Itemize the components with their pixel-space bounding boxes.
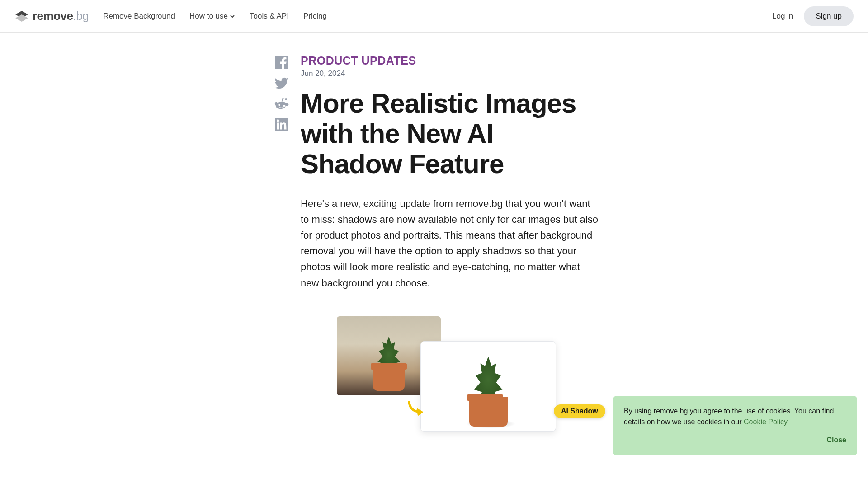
chevron-down-icon xyxy=(230,14,235,19)
brand-suffix: .bg xyxy=(73,9,89,23)
share-column xyxy=(0,54,301,443)
site-header: remove.bg Remove Background How to use T… xyxy=(0,0,868,33)
main-nav: Remove Background How to use Tools & API… xyxy=(103,12,327,21)
reddit-icon[interactable] xyxy=(274,96,290,112)
article-figure: AI Shadow xyxy=(337,316,590,443)
nav-how-to-use[interactable]: How to use xyxy=(189,12,235,21)
article-date: Jun 20, 2024 xyxy=(301,69,599,78)
svg-marker-1 xyxy=(15,14,28,22)
linkedin-icon[interactable] xyxy=(274,117,290,133)
login-link[interactable]: Log in xyxy=(772,12,793,21)
cookie-banner: By using remove.bg you agree to the use … xyxy=(613,396,857,455)
brand-logo[interactable]: remove.bg xyxy=(14,9,89,23)
main-content: PRODUCT UPDATES Jun 20, 2024 More Realis… xyxy=(0,33,868,443)
cookie-text-after: . xyxy=(787,418,789,426)
logo-mark-icon xyxy=(14,9,29,23)
nav-tools-api[interactable]: Tools & API xyxy=(250,12,289,21)
header-right: Log in Sign up xyxy=(772,6,854,26)
cookie-close-button[interactable]: Close xyxy=(624,435,846,446)
signup-button[interactable]: Sign up xyxy=(804,6,854,26)
cookie-text-before: By using remove.bg you agree to the use … xyxy=(624,407,834,426)
brand-text: remove.bg xyxy=(33,9,89,23)
nav-how-to-use-label: How to use xyxy=(189,12,228,21)
figure-result-image xyxy=(420,341,556,432)
twitter-icon[interactable] xyxy=(274,75,290,91)
article-title: More Realistic Images with the New AI Sh… xyxy=(301,88,599,179)
brand-main: remove xyxy=(33,9,73,23)
article-body: Here's a new, exciting update from remov… xyxy=(301,196,599,291)
pot-icon xyxy=(373,366,405,391)
nav-pricing[interactable]: Pricing xyxy=(303,12,327,21)
nav-remove-background[interactable]: Remove Background xyxy=(103,12,175,21)
share-icons xyxy=(274,54,290,443)
article: PRODUCT UPDATES Jun 20, 2024 More Realis… xyxy=(301,54,599,443)
facebook-icon[interactable] xyxy=(274,54,290,70)
pot-icon xyxy=(469,397,508,427)
ai-shadow-badge: AI Shadow xyxy=(554,404,605,418)
curved-arrow-icon xyxy=(407,399,425,417)
cookie-policy-link[interactable]: Cookie Policy xyxy=(744,418,787,426)
article-category: PRODUCT UPDATES xyxy=(301,54,599,67)
